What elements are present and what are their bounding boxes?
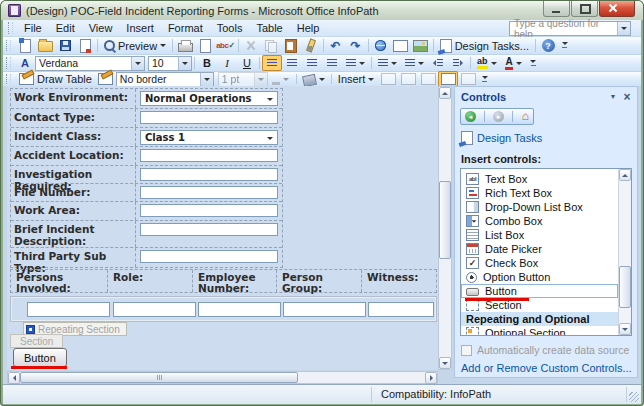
witness-textbox[interactable]: [368, 302, 434, 317]
form-button-control[interactable]: Button: [13, 348, 67, 367]
scroll-left-button[interactable]: [8, 372, 20, 384]
increase-indent-button[interactable]: [448, 55, 468, 71]
third-party-sub-type-textbox[interactable]: [140, 250, 278, 263]
help-question-input[interactable]: Type a question for help: [509, 21, 631, 36]
help-question-dropdown[interactable]: [617, 22, 630, 35]
insert-table-button[interactable]: [391, 38, 411, 54]
menu-view[interactable]: View: [82, 21, 120, 35]
repeating-section[interactable]: [10, 296, 437, 322]
menu-table[interactable]: Table: [249, 21, 289, 35]
font-color-button[interactable]: A: [501, 55, 527, 71]
brief-incident-description-textbox[interactable]: [140, 223, 278, 236]
control-item-combo-box[interactable]: Combo Box: [461, 214, 618, 228]
list-scroll-down-button[interactable]: [619, 323, 631, 335]
menu-file[interactable]: File: [17, 21, 49, 35]
copy-button[interactable]: [261, 38, 281, 54]
list-scroll-up-button[interactable]: [619, 169, 631, 181]
show-gridlines-button[interactable]: [438, 71, 458, 87]
insert-rows-below-button[interactable]: [398, 71, 418, 87]
form-vertical-scrollbar[interactable]: [438, 86, 452, 370]
auto-create-checkbox[interactable]: [461, 345, 472, 356]
control-item-text-box[interactable]: abl Text Box: [461, 172, 618, 186]
pane-close-button[interactable]: ×: [620, 90, 634, 103]
design-tasks-button[interactable]: Design Tasks...: [436, 38, 533, 54]
highlight-button[interactable]: ab: [473, 55, 501, 71]
forward-button[interactable]: ►: [493, 111, 504, 122]
decrease-indent-button[interactable]: [428, 55, 448, 71]
paste-button[interactable]: [281, 38, 301, 54]
merge-cells-button[interactable]: [418, 71, 438, 87]
menu-format[interactable]: Format: [161, 21, 210, 35]
form-horizontal-scrollbar[interactable]: [7, 371, 438, 384]
control-item-optional-section[interactable]: Optional Section: [461, 326, 618, 336]
line-spacing-button[interactable]: [342, 55, 369, 71]
font-size-select[interactable]: 10: [148, 56, 192, 71]
numbering-button[interactable]: [374, 55, 401, 71]
work-environment-dropdown[interactable]: Normal Operations: [140, 91, 278, 106]
toolbar-overflow[interactable]: [529, 56, 538, 70]
border-width-select[interactable]: 1 pt: [218, 72, 268, 87]
list-scrollbar[interactable]: [618, 169, 631, 335]
close-button[interactable]: [599, 1, 635, 17]
section-tab[interactable]: Section: [10, 334, 63, 348]
resize-grip[interactable]: [629, 392, 639, 402]
control-item-list-box[interactable]: List Box: [461, 228, 618, 242]
pane-menu-button[interactable]: ▼: [606, 90, 620, 103]
font-name-select[interactable]: Verdana: [35, 56, 145, 71]
underline-button[interactable]: U: [237, 55, 257, 71]
shading-button[interactable]: [299, 71, 329, 87]
scroll-down-button[interactable]: [439, 357, 451, 369]
align-left-button[interactable]: [262, 55, 282, 71]
maximize-button[interactable]: [571, 1, 598, 17]
menu-insert[interactable]: Insert: [119, 21, 161, 35]
custom-controls-link[interactable]: Add or Remove Custom Controls...: [461, 362, 632, 374]
control-item-option-button[interactable]: Option Button: [461, 270, 618, 284]
spelling-button[interactable]: abc✓: [215, 38, 236, 54]
menu-help[interactable]: Help: [290, 21, 327, 35]
employee-number-textbox[interactable]: [198, 302, 281, 317]
insert-rows-above-button[interactable]: [378, 71, 398, 87]
italic-button[interactable]: I: [217, 55, 237, 71]
control-item-button[interactable]: Button: [461, 284, 618, 298]
toolbar-overflow[interactable]: [560, 38, 569, 53]
open-button[interactable]: [35, 38, 55, 54]
control-item-rich-text-box[interactable]: Rich Text Box: [461, 186, 618, 200]
new-button[interactable]: [15, 38, 35, 54]
design-tasks-link[interactable]: Design Tasks: [477, 132, 542, 144]
bold-button[interactable]: B: [197, 55, 217, 71]
person-group-textbox[interactable]: [283, 302, 366, 317]
role-textbox[interactable]: [113, 302, 196, 317]
print-button[interactable]: [175, 38, 195, 54]
investigation-required-textbox[interactable]: [140, 168, 278, 181]
scroll-right-button[interactable]: [425, 372, 437, 384]
accident-location-textbox[interactable]: [140, 149, 278, 162]
format-painter-button[interactable]: [301, 38, 321, 54]
home-button[interactable]: ⌂: [522, 111, 529, 122]
scroll-up-button[interactable]: [439, 87, 451, 99]
help-button[interactable]: ?: [538, 38, 558, 54]
work-area-textbox[interactable]: [140, 204, 278, 217]
insert-menu-button[interactable]: Insert: [334, 71, 379, 87]
menu-edit[interactable]: Edit: [49, 21, 82, 35]
align-right-button[interactable]: [302, 55, 322, 71]
form-design-surface[interactable]: Work Environment: Normal Operations Cont…: [7, 86, 438, 370]
vertical-scroll-thumb[interactable]: [439, 181, 451, 259]
border-color-button[interactable]: [268, 71, 294, 87]
back-button[interactable]: ◄: [465, 111, 476, 122]
menu-tools[interactable]: Tools: [210, 21, 250, 35]
incident-class-dropdown[interactable]: Class 1: [140, 130, 278, 145]
control-item-check-box[interactable]: ✓ Check Box: [461, 256, 618, 270]
border-style-select[interactable]: No border: [116, 72, 214, 87]
control-item-drop-down-list-box[interactable]: Drop-Down List Box: [461, 200, 618, 214]
hyperlink-button[interactable]: [371, 38, 391, 54]
draw-table-button[interactable]: Draw Table: [15, 71, 96, 87]
bullets-button[interactable]: [401, 55, 428, 71]
print-preview-button[interactable]: [195, 38, 215, 54]
align-center-button[interactable]: [282, 55, 302, 71]
redo-button[interactable]: ↷: [346, 38, 366, 54]
list-scroll-thumb[interactable]: [619, 266, 631, 308]
justify-button[interactable]: [322, 55, 342, 71]
file-number-textbox[interactable]: [140, 186, 278, 199]
split-cells-button[interactable]: [458, 71, 478, 87]
horizontal-scroll-thumb[interactable]: [20, 372, 298, 383]
